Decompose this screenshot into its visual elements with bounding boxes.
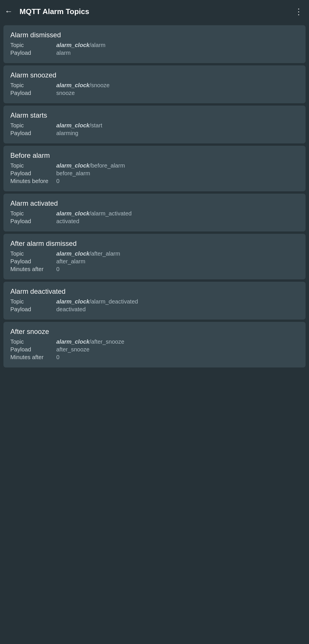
card-after-alarm-dismissed[interactable]: After alarm dismissedTopicalarm_clock/af…: [3, 234, 306, 279]
card-title-alarm-activated: Alarm activated: [10, 199, 299, 207]
card-alarm-activated[interactable]: Alarm activatedTopicalarm_clock/alarm_ac…: [3, 194, 306, 231]
card-label-alarm-dismissed-1: Payload: [10, 50, 56, 56]
card-value-normal-after-snooze-1: after_snooze: [56, 346, 90, 353]
card-after-snooze[interactable]: After snoozeTopicalarm_clock/after_snooz…: [3, 322, 306, 367]
card-row-alarm-deactivated-0: Topicalarm_clock/alarm_deactivated: [10, 298, 299, 305]
card-row-alarm-starts-0: Topicalarm_clock/start: [10, 122, 299, 129]
card-value-normal-alarm-dismissed-0: /alarm: [90, 42, 106, 48]
app-container: ← MQTT Alarm Topics ⋮ Alarm dismissedTop…: [0, 0, 309, 370]
card-value-normal-after-snooze-0: /after_snooze: [90, 338, 124, 345]
card-row-alarm-activated-0: Topicalarm_clock/alarm_activated: [10, 210, 299, 217]
card-value-before-alarm-0: alarm_clock/before_alarm: [56, 162, 125, 169]
header: ← MQTT Alarm Topics ⋮: [0, 0, 309, 23]
card-row-alarm-activated-1: Payloadactivated: [10, 218, 299, 225]
card-alarm-snoozed[interactable]: Alarm snoozedTopicalarm_clock/snoozePayl…: [3, 65, 306, 103]
card-value-normal-after-alarm-dismissed-1: after_alarm: [56, 258, 85, 264]
card-row-after-alarm-dismissed-2: Minutes after0: [10, 266, 299, 273]
card-value-normal-after-alarm-dismissed-0: /after_alarm: [90, 250, 120, 257]
card-value-alarm-starts-0: alarm_clock/start: [56, 122, 102, 129]
card-title-before-alarm: Before alarm: [10, 151, 299, 159]
card-value-bold-alarm-snoozed-0: alarm_clock: [56, 82, 90, 88]
card-row-after-alarm-dismissed-1: Payloadafter_alarm: [10, 258, 299, 265]
card-value-normal-alarm-deactivated-1: deactivated: [56, 306, 86, 312]
card-label-alarm-deactivated-0: Topic: [10, 298, 56, 305]
card-value-normal-alarm-starts-1: alarming: [56, 130, 78, 136]
card-row-after-snooze-2: Minutes after0: [10, 354, 299, 361]
card-value-normal-alarm-activated-0: /alarm_activated: [90, 210, 132, 217]
card-value-alarm-deactivated-1: deactivated: [56, 306, 86, 313]
card-label-alarm-dismissed-0: Topic: [10, 42, 56, 48]
card-value-alarm-deactivated-0: alarm_clock/alarm_deactivated: [56, 298, 138, 305]
card-label-alarm-activated-1: Payload: [10, 218, 56, 225]
card-list: Alarm dismissedTopicalarm_clock/alarmPay…: [0, 23, 309, 370]
card-label-alarm-starts-0: Topic: [10, 122, 56, 129]
card-value-bold-alarm-starts-0: alarm_clock: [56, 122, 90, 129]
card-title-alarm-dismissed: Alarm dismissed: [10, 31, 299, 39]
card-label-after-snooze-0: Topic: [10, 338, 56, 345]
card-value-normal-alarm-snoozed-0: /snooze: [90, 82, 110, 88]
card-row-before-alarm-2: Minutes before0: [10, 178, 299, 184]
card-value-normal-alarm-activated-1: activated: [56, 218, 79, 224]
card-row-alarm-dismissed-0: Topicalarm_clock/alarm: [10, 42, 299, 48]
card-value-normal-after-alarm-dismissed-2: 0: [56, 266, 59, 272]
page-title: MQTT Alarm Topics: [20, 7, 295, 16]
card-label-after-alarm-dismissed-0: Topic: [10, 250, 56, 257]
card-value-after-snooze-0: alarm_clock/after_snooze: [56, 338, 124, 345]
card-value-bold-alarm-dismissed-0: alarm_clock: [56, 42, 90, 48]
card-value-after-snooze-1: after_snooze: [56, 346, 90, 353]
card-alarm-starts[interactable]: Alarm startsTopicalarm_clock/startPayloa…: [3, 106, 306, 143]
card-label-before-alarm-0: Topic: [10, 162, 56, 169]
card-value-alarm-dismissed-0: alarm_clock/alarm: [56, 42, 105, 48]
card-before-alarm[interactable]: Before alarmTopicalarm_clock/before_alar…: [3, 146, 306, 191]
card-title-after-snooze: After snooze: [10, 328, 299, 336]
back-button[interactable]: ←: [5, 7, 13, 16]
card-value-bold-alarm-activated-0: alarm_clock: [56, 210, 90, 217]
menu-button[interactable]: ⋮: [295, 7, 303, 16]
card-value-normal-alarm-snoozed-1: snooze: [56, 90, 75, 96]
card-value-alarm-snoozed-1: snooze: [56, 90, 75, 96]
card-value-after-alarm-dismissed-2: 0: [56, 266, 59, 273]
card-value-normal-alarm-starts-0: /start: [90, 122, 102, 129]
card-label-after-snooze-1: Payload: [10, 346, 56, 353]
card-row-before-alarm-1: Payloadbefore_alarm: [10, 170, 299, 177]
card-row-after-alarm-dismissed-0: Topicalarm_clock/after_alarm: [10, 250, 299, 257]
card-row-alarm-deactivated-1: Payloaddeactivated: [10, 306, 299, 313]
card-value-normal-after-snooze-2: 0: [56, 354, 59, 360]
card-row-alarm-snoozed-1: Payloadsnooze: [10, 90, 299, 96]
card-title-alarm-snoozed: Alarm snoozed: [10, 71, 299, 79]
card-label-alarm-starts-1: Payload: [10, 130, 56, 137]
card-value-before-alarm-2: 0: [56, 178, 59, 184]
card-value-normal-alarm-deactivated-0: /alarm_deactivated: [90, 298, 138, 305]
card-label-alarm-activated-0: Topic: [10, 210, 56, 217]
card-value-after-alarm-dismissed-0: alarm_clock/after_alarm: [56, 250, 120, 257]
card-value-alarm-dismissed-1: alarm: [56, 50, 71, 56]
card-title-alarm-deactivated: Alarm deactivated: [10, 287, 299, 295]
card-label-after-alarm-dismissed-1: Payload: [10, 258, 56, 265]
card-value-normal-before-alarm-1: before_alarm: [56, 170, 90, 176]
card-value-after-snooze-2: 0: [56, 354, 59, 361]
card-label-after-alarm-dismissed-2: Minutes after: [10, 266, 56, 273]
card-label-alarm-snoozed-0: Topic: [10, 82, 56, 89]
card-title-alarm-starts: Alarm starts: [10, 111, 299, 119]
card-label-alarm-deactivated-1: Payload: [10, 306, 56, 313]
card-row-alarm-snoozed-0: Topicalarm_clock/snooze: [10, 82, 299, 89]
card-value-bold-after-alarm-dismissed-0: alarm_clock: [56, 250, 90, 257]
card-title-after-alarm-dismissed: After alarm dismissed: [10, 240, 299, 248]
card-value-bold-alarm-deactivated-0: alarm_clock: [56, 298, 90, 305]
card-alarm-deactivated[interactable]: Alarm deactivatedTopicalarm_clock/alarm_…: [3, 282, 306, 320]
card-value-alarm-activated-0: alarm_clock/alarm_activated: [56, 210, 132, 217]
card-value-normal-before-alarm-2: 0: [56, 178, 59, 184]
card-row-alarm-starts-1: Payloadalarming: [10, 130, 299, 137]
card-label-after-snooze-2: Minutes after: [10, 354, 56, 361]
card-value-normal-alarm-dismissed-1: alarm: [56, 50, 71, 56]
card-alarm-dismissed[interactable]: Alarm dismissedTopicalarm_clock/alarmPay…: [3, 25, 306, 63]
card-row-before-alarm-0: Topicalarm_clock/before_alarm: [10, 162, 299, 169]
card-label-before-alarm-1: Payload: [10, 170, 56, 177]
card-row-after-snooze-0: Topicalarm_clock/after_snooze: [10, 338, 299, 345]
card-value-after-alarm-dismissed-1: after_alarm: [56, 258, 85, 265]
card-value-bold-before-alarm-0: alarm_clock: [56, 162, 90, 169]
card-value-bold-after-snooze-0: alarm_clock: [56, 338, 90, 345]
card-value-alarm-starts-1: alarming: [56, 130, 78, 137]
card-label-alarm-snoozed-1: Payload: [10, 90, 56, 96]
card-label-before-alarm-2: Minutes before: [10, 178, 56, 184]
